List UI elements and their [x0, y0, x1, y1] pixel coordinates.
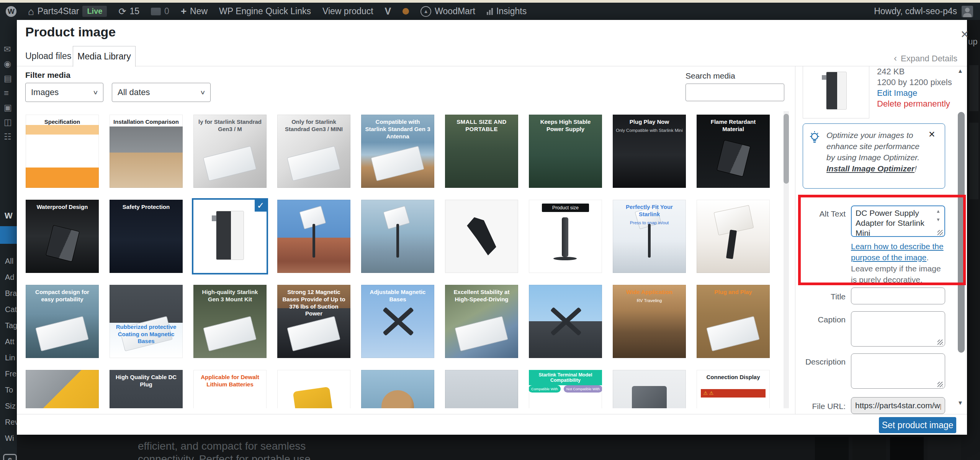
- expand-details-link[interactable]: ‹Expand Details: [873, 53, 957, 64]
- media-item[interactable]: Compatible with Starlink Standard Gen 3 …: [361, 115, 434, 188]
- media-item[interactable]: [277, 200, 350, 273]
- media-item[interactable]: SMALL SIZE AND PORTABLE: [445, 115, 518, 188]
- search-media-input[interactable]: [686, 84, 784, 101]
- media-type-select[interactable]: Images∨: [25, 83, 103, 102]
- sidebar-submenu-item[interactable]: Tag: [5, 321, 17, 330]
- sidebar-submenu-item[interactable]: To: [5, 386, 13, 394]
- textarea-scroll-down-icon[interactable]: ▼: [936, 217, 941, 222]
- textarea-resize-grip[interactable]: [937, 340, 943, 345]
- delete-permanently-link[interactable]: Delete permanently: [877, 99, 950, 109]
- media-date-select[interactable]: All dates∨: [112, 83, 211, 102]
- media-item[interactable]: Safety Protection: [110, 200, 183, 273]
- media-item[interactable]: High Quality Cable DC Plug: [110, 370, 183, 408]
- woodmart-menu[interactable]: ▲ WoodMart: [415, 3, 481, 20]
- sidebar-menu-icon[interactable]: ☷: [4, 132, 11, 142]
- insights-menu[interactable]: Insights: [481, 3, 532, 20]
- media-item[interactable]: Excellent Stability at High-Speed-Drivin…: [445, 285, 518, 358]
- media-item[interactable]: [529, 285, 602, 358]
- description-input[interactable]: [851, 353, 945, 389]
- grid-scrollbar-thumb[interactable]: [784, 114, 789, 184]
- edit-image-link[interactable]: Edit Image: [877, 88, 917, 98]
- sidebar-submenu-item[interactable]: Rev: [5, 418, 17, 427]
- media-item[interactable]: [445, 370, 518, 408]
- media-item[interactable]: Only for Starlink Standrad Gen3 / MINI: [277, 115, 350, 188]
- sidebar-submenu-item[interactable]: Att: [5, 337, 14, 346]
- media-item-art: [35, 316, 89, 351]
- media-item[interactable]: ly for Starlink Standrad Gen3 / M: [193, 115, 267, 188]
- background-panel-fragment: [969, 65, 978, 111]
- media-item[interactable]: Installation Comparison: [110, 115, 183, 188]
- media-item[interactable]: Perfectly Fit Your StarlinkPress to snap…: [613, 200, 686, 273]
- sidebar-submenu-item[interactable]: Siz: [5, 402, 16, 411]
- media-item[interactable]: [361, 370, 434, 408]
- wpe-quick-links-menu[interactable]: WP Engine Quick Links: [213, 3, 317, 20]
- comments-menu[interactable]: 0: [145, 3, 175, 20]
- media-item[interactable]: Wide ApplicationRV Traveling: [613, 285, 686, 358]
- media-item[interactable]: Strong 12 Magnetic Bases Provide of Up t…: [277, 285, 350, 358]
- media-item[interactable]: [277, 370, 350, 408]
- sidebar-menu-icon[interactable]: ▤: [4, 74, 12, 84]
- textarea-resize-grip[interactable]: [937, 230, 943, 235]
- sidebar-submenu-item[interactable]: Ad: [5, 273, 14, 282]
- media-item[interactable]: Connection Display⚠ ⚠: [697, 370, 770, 408]
- avatar[interactable]: [962, 6, 973, 17]
- sidebar-submenu-item[interactable]: All: [5, 257, 13, 266]
- sidebar-menu-icon[interactable]: ◫: [4, 117, 12, 127]
- media-item[interactable]: High-quality Starlink Gen 3 Mount Kit: [193, 285, 267, 358]
- howdy-account-menu[interactable]: Howdy, cdwl-seo-p4s: [874, 6, 957, 16]
- sidebar-menu-icon[interactable]: ◉: [4, 59, 11, 69]
- learn-describe-link[interactable]: Learn how to describe the purpose of the…: [851, 242, 944, 262]
- media-item[interactable]: Adjustable Magnetic Bases: [361, 285, 434, 358]
- media-item[interactable]: [361, 200, 434, 273]
- sidebar-scrollbar-thumb[interactable]: [958, 112, 965, 353]
- tab-upload-files[interactable]: Upload files: [25, 51, 71, 61]
- media-item[interactable]: Compact design for easy portability: [26, 285, 99, 358]
- media-item-selected[interactable]: ✓: [193, 200, 267, 273]
- status-dot-menu[interactable]: [397, 3, 415, 20]
- media-item[interactable]: Specification: [26, 115, 99, 188]
- new-content-menu[interactable]: + New: [175, 3, 213, 20]
- media-item[interactable]: Keeps High Stable Power Supply: [529, 115, 602, 188]
- wp-logo-menu[interactable]: W: [0, 3, 22, 20]
- media-item[interactable]: [697, 200, 770, 273]
- media-item[interactable]: Plug Play NowOnly Compatible with Starli…: [613, 115, 686, 188]
- media-item[interactable]: Plug and Play: [697, 285, 770, 358]
- media-item[interactable]: Starlink Terminal Model CompatibilityCom…: [529, 370, 602, 408]
- media-item[interactable]: [613, 370, 686, 408]
- notice-close-button[interactable]: ✕: [928, 130, 935, 140]
- sidebar-submenu-item[interactable]: Fre: [5, 370, 16, 378]
- sidebar-submenu-item[interactable]: Wi: [5, 434, 14, 443]
- site-menu[interactable]: ⌂ Parts4Star Live: [22, 3, 113, 20]
- media-item[interactable]: [445, 200, 518, 273]
- sidebar-scroll-down-icon[interactable]: ▼: [957, 399, 963, 406]
- sidebar-active-item-products[interactable]: [0, 226, 17, 244]
- sidebar-submenu-item[interactable]: Bra: [5, 289, 17, 298]
- caption-input[interactable]: [851, 311, 945, 347]
- sidebar-woodmart-item[interactable]: W: [5, 211, 13, 221]
- media-item[interactable]: Flame Retardant Material: [697, 115, 770, 188]
- sidebar-scroll-up-icon[interactable]: ▲: [957, 67, 963, 74]
- sidebar-submenu-item[interactable]: Cat: [5, 305, 17, 314]
- file-url-input[interactable]: [851, 397, 945, 414]
- media-item[interactable]: [26, 370, 99, 408]
- tab-media-library[interactable]: Media Library: [73, 46, 136, 67]
- media-item[interactable]: Rubberized protective Coating on Magneti…: [110, 285, 183, 358]
- modal-close-button[interactable]: ✕: [957, 27, 972, 42]
- sidebar-submenu-item[interactable]: Lin: [5, 353, 15, 362]
- sidebar-menu-icon[interactable]: ✉: [4, 44, 11, 54]
- media-item[interactable]: Applicable for Dewalt Lithium Batteries: [193, 370, 267, 408]
- textarea-resize-grip[interactable]: [937, 382, 943, 387]
- seo-plugin-menu[interactable]: V: [379, 3, 397, 20]
- sidebar-menu-icon[interactable]: ≡: [4, 88, 9, 98]
- updates-menu[interactable]: ⟳ 15: [113, 3, 145, 20]
- alt-text-input[interactable]: DC Power Supply Adapter for Starlink Min…: [851, 205, 945, 237]
- set-product-image-button[interactable]: Set product image: [879, 417, 956, 433]
- title-input[interactable]: [851, 288, 945, 304]
- view-product-link[interactable]: View product: [317, 3, 379, 20]
- media-item[interactable]: Waterproof Design: [26, 200, 99, 273]
- sidebar-menu-icon[interactable]: ▣: [4, 103, 12, 113]
- media-item[interactable]: Product size: [529, 200, 602, 273]
- install-image-optimizer-link[interactable]: Install Image Optimizer: [826, 164, 915, 173]
- textarea-scroll-up-icon[interactable]: ▲: [936, 209, 941, 214]
- sidebar-funnel-icon[interactable]: $: [3, 454, 17, 460]
